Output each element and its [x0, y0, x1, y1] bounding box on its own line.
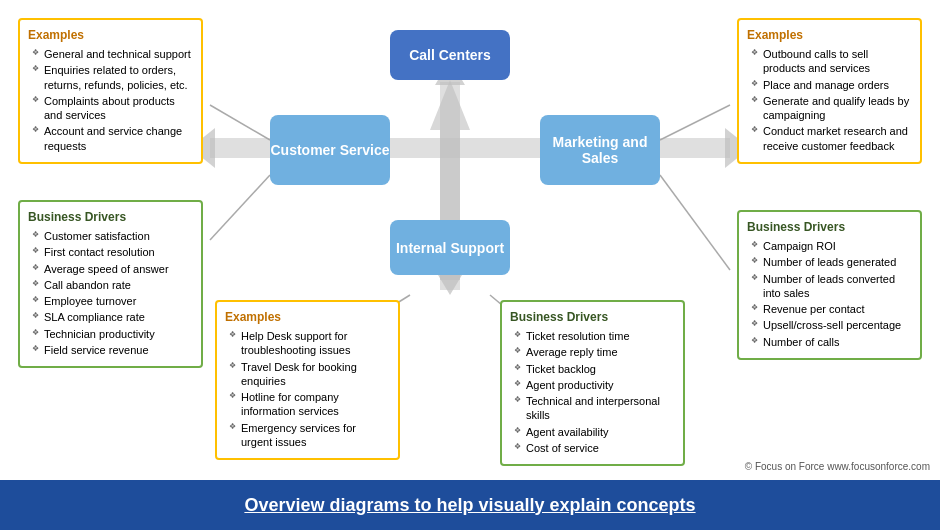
svg-line-10 [660, 105, 730, 140]
list-item: Ticket backlog [514, 361, 675, 377]
list-item: Agent productivity [514, 377, 675, 393]
internal-drivers-list: Ticket resolution time Average reply tim… [510, 328, 675, 456]
customer-examples-title: Examples [28, 28, 193, 42]
list-item: Generate and qualify leads by campaignin… [751, 93, 912, 124]
list-item: SLA compliance rate [32, 309, 193, 325]
customer-examples-list: General and technical support Enquiries … [28, 46, 193, 154]
footer-text: Overview diagrams to help visually expla… [244, 495, 695, 516]
copyright-text: © Focus on Force www.focusonforce.com [745, 461, 930, 472]
list-item: Account and service change requests [32, 123, 193, 154]
call-centers-label: Call Centers [409, 47, 491, 63]
customer-examples-box: Examples General and technical support E… [18, 18, 203, 164]
list-item: Conduct market research and receive cust… [751, 123, 912, 154]
marketing-sales-node: Marketing and Sales [540, 115, 660, 185]
list-item: Customer satisfaction [32, 228, 193, 244]
marketing-examples-list: Outbound calls to sell products and serv… [747, 46, 912, 154]
internal-support-label: Internal Support [396, 240, 504, 256]
list-item: Upsell/cross-sell percentage [751, 317, 912, 333]
marketing-sales-label: Marketing and Sales [540, 134, 660, 166]
svg-line-8 [210, 105, 270, 140]
customer-drivers-list: Customer satisfaction First contact reso… [28, 228, 193, 358]
list-item: Emergency services for urgent issues [229, 420, 390, 451]
customer-service-label: Customer Service [270, 142, 389, 158]
call-centers-node: Call Centers [390, 30, 510, 80]
list-item: Cost of service [514, 440, 675, 456]
svg-line-9 [210, 175, 270, 240]
marketing-drivers-list: Campaign ROI Number of leads generated N… [747, 238, 912, 350]
list-item: Agent availability [514, 424, 675, 440]
list-item: Revenue per contact [751, 301, 912, 317]
list-item: Average reply time [514, 344, 675, 360]
list-item: First contact resolution [32, 244, 193, 260]
internal-examples-list: Help Desk support for troubleshooting is… [225, 328, 390, 450]
list-item: Enquiries related to orders, returns, re… [32, 62, 193, 93]
list-item: General and technical support [32, 46, 193, 62]
list-item: Place and manage orders [751, 77, 912, 93]
list-item: Help Desk support for troubleshooting is… [229, 328, 390, 359]
list-item: Number of calls [751, 334, 912, 350]
list-item: Outbound calls to sell products and serv… [751, 46, 912, 77]
list-item: Employee turnover [32, 293, 193, 309]
customer-service-node: Customer Service [270, 115, 390, 185]
customer-drivers-box: Business Drivers Customer satisfaction F… [18, 200, 203, 368]
list-item: Average speed of answer [32, 261, 193, 277]
svg-line-11 [660, 175, 730, 270]
marketing-drivers-title: Business Drivers [747, 220, 912, 234]
list-item: Hotline for company information services [229, 389, 390, 420]
internal-drivers-box: Business Drivers Ticket resolution time … [500, 300, 685, 466]
list-item: Campaign ROI [751, 238, 912, 254]
footer-bar: Overview diagrams to help visually expla… [0, 480, 940, 530]
list-item: Ticket resolution time [514, 328, 675, 344]
internal-support-node: Internal Support [390, 220, 510, 275]
diagram-container: Call Centers Customer Service Marketing … [0, 0, 940, 480]
internal-drivers-title: Business Drivers [510, 310, 675, 324]
marketing-drivers-box: Business Drivers Campaign ROI Number of … [737, 210, 922, 360]
internal-examples-title: Examples [225, 310, 390, 324]
internal-examples-box: Examples Help Desk support for troublesh… [215, 300, 400, 460]
list-item: Number of leads generated [751, 254, 912, 270]
marketing-examples-title: Examples [747, 28, 912, 42]
list-item: Technician productivity [32, 326, 193, 342]
list-item: Technical and interpersonal skills [514, 393, 675, 424]
marketing-examples-box: Examples Outbound calls to sell products… [737, 18, 922, 164]
list-item: Field service revenue [32, 342, 193, 358]
list-item: Complaints about products and services [32, 93, 193, 124]
list-item: Travel Desk for booking enquiries [229, 359, 390, 390]
list-item: Number of leads converted into sales [751, 271, 912, 302]
customer-drivers-title: Business Drivers [28, 210, 193, 224]
list-item: Call abandon rate [32, 277, 193, 293]
